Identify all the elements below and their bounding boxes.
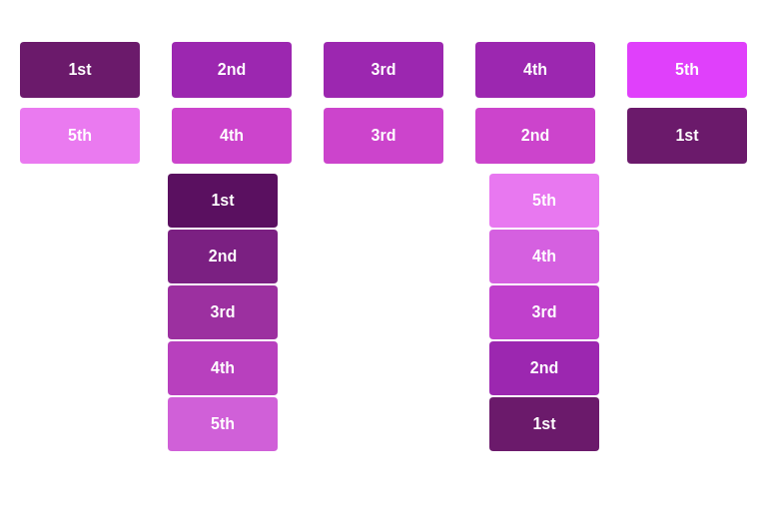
row1-box: 5th [627,42,747,98]
row2-box: 1st [627,108,747,164]
left-stack-box: 5th [168,397,278,451]
row2-box: 3rd [324,108,443,164]
row2-box: 2nd [475,108,595,164]
row2-box: 4th [172,108,292,164]
left-stack-box: 2nd [168,230,278,283]
main-layout: 1st2nd3rd4th5th 5th4th3rd2nd1st 1st2nd3r… [20,42,747,453]
right-stack-box: 4th [489,230,599,283]
row1-box: 4th [475,42,595,98]
row-2: 5th4th3rd2nd1st [20,108,747,164]
row1-box: 1st [20,42,140,98]
row1-box: 2nd [172,42,292,98]
left-stack-box: 1st [168,174,278,228]
left-stack-box: 4th [168,341,278,395]
row-3: 1st2nd3rd4th5th 5th4th3rd2nd1st [20,174,747,453]
right-stack-box: 5th [489,174,599,228]
row2-box: 5th [20,108,140,164]
left-stack: 1st2nd3rd4th5th [168,174,278,453]
row1-box: 3rd [324,42,443,98]
right-stack-box: 2nd [489,341,599,395]
right-stack: 5th4th3rd2nd1st [489,174,599,453]
right-stack-box: 1st [489,397,599,451]
row-1: 1st2nd3rd4th5th [20,42,747,98]
left-stack-box: 3rd [168,285,278,339]
right-stack-box: 3rd [489,285,599,339]
